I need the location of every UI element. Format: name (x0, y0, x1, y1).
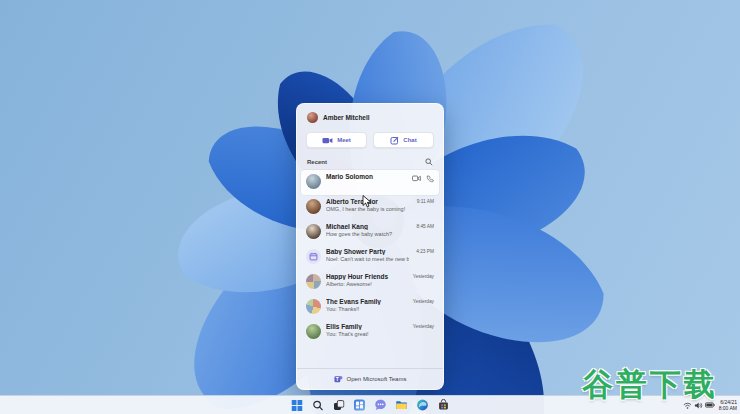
microsoft-store-icon (438, 399, 450, 411)
avatar (306, 274, 321, 289)
conversation-name: The Evans Family (326, 298, 406, 305)
conversation-preview: Alberto: Awesome! (326, 281, 406, 287)
conversation-mario-solomon[interactable]: Mario Solomon (301, 170, 439, 195)
conversation-time: Yesterday (413, 324, 434, 329)
conversation-time: 4:23 PM (416, 249, 434, 254)
widgets-button[interactable] (353, 398, 367, 412)
teams-chat-icon (375, 399, 387, 411)
flyout-header: Amber Mitchell (297, 104, 443, 127)
recent-row: Recent (297, 151, 443, 169)
conversation-ellis-family[interactable]: Ellis Family You: That's great! Yesterda… (301, 320, 439, 345)
conversation-name: Mario Solomon (326, 173, 407, 180)
chat-button[interactable]: Chat (373, 132, 434, 148)
teams-chat-button[interactable] (374, 398, 388, 412)
conversation-name: Ellis Family (326, 323, 406, 330)
conversation-time: 9:11 AM (417, 199, 434, 204)
search-icon (312, 400, 323, 411)
avatar (306, 199, 321, 214)
conversation-preview: Noel: Can't wait to meet the new baby! (326, 256, 409, 262)
conversation-baby-shower-party[interactable]: Baby Shower Party Noel: Can't wait to me… (301, 245, 439, 270)
widgets-icon (354, 399, 366, 411)
open-teams-label: Open Microsoft Teams (347, 376, 407, 382)
conversation-time: Yesterday (413, 299, 434, 304)
taskbar-clock[interactable]: 6/24/21 8:00 AM (719, 399, 737, 412)
desktop: Amber Mitchell Meet Chat Recent (0, 0, 740, 414)
file-explorer-icon (396, 399, 408, 411)
site-watermark: 谷普下载 (582, 364, 718, 406)
task-view-button[interactable] (332, 398, 346, 412)
meet-button[interactable]: Meet (306, 132, 367, 148)
teams-chat-flyout: Amber Mitchell Meet Chat Recent (296, 103, 444, 390)
avatar (306, 299, 321, 314)
conversation-time: Yesterday (413, 274, 434, 279)
taskbar-time: 8:00 AM (719, 405, 737, 412)
conversation-name: Michael Kang (326, 223, 409, 230)
conversation-the-evans-family[interactable]: The Evans Family You: Thanks!! Yesterday (301, 295, 439, 320)
avatar (306, 174, 321, 189)
user-name: Amber Mitchell (323, 114, 370, 121)
conversation-happy-hour-friends[interactable]: Happy Hour Friends Alberto: Awesome! Yes… (301, 270, 439, 295)
user-avatar[interactable] (307, 112, 318, 123)
file-explorer-button[interactable] (395, 398, 409, 412)
edge-icon (417, 399, 429, 411)
video-call-icon[interactable] (412, 175, 421, 182)
calendar-event-icon (306, 249, 321, 264)
conversation-michael-kang[interactable]: Michael Kang How goes the baby watch? 8:… (301, 220, 439, 245)
recent-label: Recent (307, 159, 327, 165)
start-button[interactable] (290, 398, 304, 412)
compose-chat-icon (390, 136, 399, 145)
open-microsoft-teams-link[interactable]: T Open Microsoft Teams (297, 368, 443, 389)
search-button[interactable] (311, 398, 325, 412)
svg-text:T: T (335, 376, 338, 381)
windows-logo-icon (291, 400, 302, 411)
conversation-preview: You: Thanks!! (326, 306, 406, 312)
avatar (306, 324, 321, 339)
task-view-icon (333, 400, 344, 411)
chat-button-label: Chat (403, 137, 416, 143)
conversation-preview: How goes the baby watch? (326, 231, 409, 237)
search-icon[interactable] (425, 158, 433, 166)
mouse-cursor (362, 195, 373, 208)
edge-button[interactable] (416, 398, 430, 412)
conversation-time: 8:45 AM (416, 224, 434, 229)
conversation-preview: You: That's great! (326, 331, 406, 337)
audio-call-icon[interactable] (426, 175, 434, 183)
conversation-name: Happy Hour Friends (326, 273, 406, 280)
microsoft-store-button[interactable] (437, 398, 451, 412)
teams-icon: T (334, 375, 343, 384)
meet-button-label: Meet (337, 137, 351, 143)
conversation-name: Baby Shower Party (326, 248, 409, 255)
action-row: Meet Chat (297, 127, 443, 151)
avatar (306, 224, 321, 239)
video-camera-icon (322, 136, 333, 145)
taskbar-center (290, 396, 451, 414)
